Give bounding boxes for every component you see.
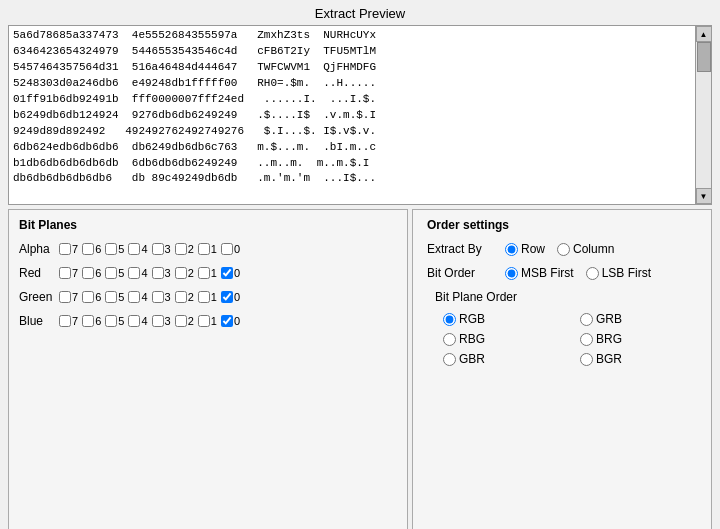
bit-label: 7	[72, 267, 78, 279]
bit-plane-radio-item: BRG	[580, 332, 697, 346]
bit-checkbox-blue-5[interactable]	[105, 315, 117, 327]
extract-by-row: Extract By Row Column	[427, 242, 697, 256]
bit-checkbox-alpha-3[interactable]	[152, 243, 164, 255]
bit-label: 0	[234, 315, 240, 327]
bit-checkbox-blue-2[interactable]	[175, 315, 187, 327]
bit-item: 7	[59, 267, 78, 279]
bit-label: 1	[211, 267, 217, 279]
bit-row-label-red: Red	[19, 266, 59, 280]
bit-checkbox-green-5[interactable]	[105, 291, 117, 303]
bit-checkbox-blue-3[interactable]	[152, 315, 164, 327]
bit-order-group: MSB First LSB First	[505, 266, 651, 280]
bit-checkbox-blue-1[interactable]	[198, 315, 210, 327]
bit-item: 3	[152, 291, 171, 303]
bit-item: 3	[152, 267, 171, 279]
bit-checkbox-red-0[interactable]	[221, 267, 233, 279]
lsb-radio[interactable]	[586, 267, 599, 280]
bit-checkbox-red-4[interactable]	[128, 267, 140, 279]
bit-row-label-green: Green	[19, 290, 59, 304]
bit-label: 2	[188, 315, 194, 327]
bit-checkbox-red-5[interactable]	[105, 267, 117, 279]
bit-plane-radio-rbg[interactable]	[443, 333, 456, 346]
bit-item: 6	[82, 243, 101, 255]
bit-label: 5	[118, 243, 124, 255]
bit-row-green: Green76543210	[19, 290, 397, 304]
scroll-down-button[interactable]: ▼	[696, 188, 712, 204]
bit-row-label-alpha: Alpha	[19, 242, 59, 256]
bit-label: 1	[211, 315, 217, 327]
preview-text: 5a6d78685a337473 4e5552684355597a ZmxhZ3…	[9, 26, 695, 204]
bit-label: 0	[234, 291, 240, 303]
bit-item: 4	[128, 267, 147, 279]
bit-label: 6	[95, 267, 101, 279]
bit-plane-radio-brg[interactable]	[580, 333, 593, 346]
bit-plane-radio-gbr[interactable]	[443, 353, 456, 366]
bit-item: 7	[59, 243, 78, 255]
msb-radio[interactable]	[505, 267, 518, 280]
bit-planes-panel: Bit Planes Alpha76543210Red76543210Green…	[8, 209, 408, 529]
bit-checkbox-alpha-6[interactable]	[82, 243, 94, 255]
bit-item: 6	[82, 315, 101, 327]
bit-checkbox-green-6[interactable]	[82, 291, 94, 303]
bit-item: 7	[59, 315, 78, 327]
bit-checkbox-blue-6[interactable]	[82, 315, 94, 327]
bit-checkbox-green-7[interactable]	[59, 291, 71, 303]
row-radio[interactable]	[505, 243, 518, 256]
bit-item: 0	[221, 243, 240, 255]
bit-label: 3	[165, 291, 171, 303]
bit-row-label-blue: Blue	[19, 314, 59, 328]
bit-row-red: Red76543210	[19, 266, 397, 280]
bit-label: 2	[188, 243, 194, 255]
bit-plane-label-rgb: RGB	[459, 312, 485, 326]
bit-plane-label-gbr: GBR	[459, 352, 485, 366]
lsb-label: LSB First	[602, 266, 651, 280]
scroll-track[interactable]	[696, 42, 711, 188]
bit-checkbox-green-3[interactable]	[152, 291, 164, 303]
bit-checkbox-alpha-1[interactable]	[198, 243, 210, 255]
bit-plane-radio-grb[interactable]	[580, 313, 593, 326]
bit-checkbox-green-4[interactable]	[128, 291, 140, 303]
extract-by-label: Extract By	[427, 242, 497, 256]
bit-checkbox-blue-4[interactable]	[128, 315, 140, 327]
bit-checkbox-green-2[interactable]	[175, 291, 187, 303]
bit-plane-radio-item: GBR	[443, 352, 560, 366]
row-label: Row	[521, 242, 545, 256]
bit-checkbox-red-2[interactable]	[175, 267, 187, 279]
bit-checkbox-green-0[interactable]	[221, 291, 233, 303]
bit-checkbox-blue-7[interactable]	[59, 315, 71, 327]
bit-label: 5	[118, 291, 124, 303]
bit-checkbox-red-3[interactable]	[152, 267, 164, 279]
bit-checkboxes-blue: 76543210	[59, 315, 242, 327]
bit-checkbox-alpha-4[interactable]	[128, 243, 140, 255]
bit-checkbox-alpha-2[interactable]	[175, 243, 187, 255]
bit-order-label: Bit Order	[427, 266, 497, 280]
bit-checkbox-red-1[interactable]	[198, 267, 210, 279]
bit-checkbox-red-6[interactable]	[82, 267, 94, 279]
bit-item: 4	[128, 243, 147, 255]
bit-item: 5	[105, 315, 124, 327]
bit-checkbox-alpha-0[interactable]	[221, 243, 233, 255]
bit-plane-radio-item: RBG	[443, 332, 560, 346]
scroll-thumb[interactable]	[697, 42, 711, 72]
bit-label: 4	[141, 243, 147, 255]
bit-checkbox-blue-0[interactable]	[221, 315, 233, 327]
scrollbar[interactable]: ▲ ▼	[695, 26, 711, 204]
bit-plane-radio-bgr[interactable]	[580, 353, 593, 366]
bit-item: 0	[221, 291, 240, 303]
bit-item: 2	[175, 267, 194, 279]
bit-plane-radio-rgb[interactable]	[443, 313, 456, 326]
bit-plane-grid: RGBGRBRBGBRGGBRBGR	[427, 312, 697, 366]
order-settings-title: Order settings	[427, 218, 697, 232]
bit-checkbox-red-7[interactable]	[59, 267, 71, 279]
bit-checkboxes-red: 76543210	[59, 267, 242, 279]
bit-checkbox-alpha-7[interactable]	[59, 243, 71, 255]
column-radio[interactable]	[557, 243, 570, 256]
bit-label: 6	[95, 243, 101, 255]
bit-plane-label-bgr: BGR	[596, 352, 622, 366]
bit-checkboxes-green: 76543210	[59, 291, 242, 303]
bit-checkbox-green-1[interactable]	[198, 291, 210, 303]
scroll-up-button[interactable]: ▲	[696, 26, 712, 42]
bit-item: 1	[198, 267, 217, 279]
bit-checkbox-alpha-5[interactable]	[105, 243, 117, 255]
bit-item: 7	[59, 291, 78, 303]
